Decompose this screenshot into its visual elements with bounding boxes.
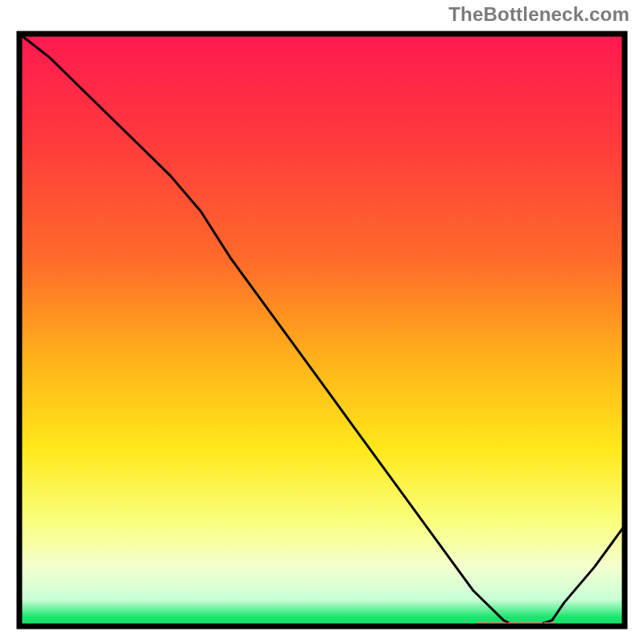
plot-area (16, 31, 628, 630)
watermark-text: TheBottleneck.com (448, 3, 630, 26)
plot-svg (16, 31, 628, 630)
chart-frame: TheBottleneck.com (0, 0, 644, 644)
gradient-background (19, 34, 625, 626)
